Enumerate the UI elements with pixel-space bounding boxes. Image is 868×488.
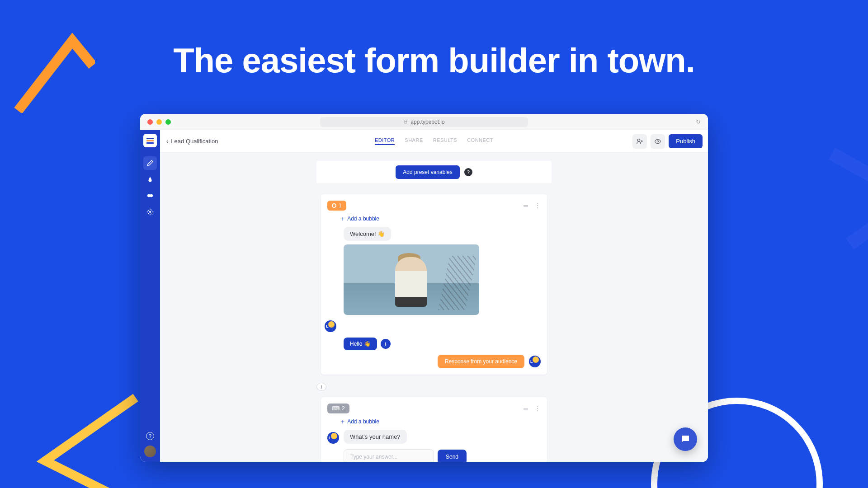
url-bar[interactable]: app.typebot.io <box>320 117 528 127</box>
sidebar-settings-icon[interactable] <box>143 205 157 219</box>
add-preset-button[interactable]: Add preset variables <box>396 165 459 179</box>
tabs: EDITOR SHARE RESULTS CONNECT <box>375 137 493 145</box>
block-badge: 1 <box>327 201 346 211</box>
minimize-light[interactable] <box>156 119 162 125</box>
flow-block[interactable]: 1 ═ ⋮ + Add a bubble Welc <box>321 194 547 375</box>
maximize-light[interactable] <box>165 119 171 125</box>
drag-handle-icon[interactable]: ═ <box>524 202 528 209</box>
more-menu-icon[interactable]: ⋮ <box>534 405 541 412</box>
add-bubble-label: Add a bubble <box>347 216 379 222</box>
start-dot-icon <box>332 203 336 208</box>
close-light[interactable] <box>147 119 153 125</box>
publish-button[interactable]: Publish <box>669 134 703 148</box>
choice-chip[interactable]: Hello 👋 <box>344 338 377 350</box>
main-area: ‹ Lead Qualification EDITOR SHARE RESULT… <box>160 130 708 462</box>
user-avatar[interactable] <box>144 446 156 457</box>
block-number: 1 <box>339 202 342 209</box>
bot-avatar <box>325 320 336 332</box>
url-text: app.typebot.io <box>410 119 444 125</box>
sidebar-brain-icon[interactable] <box>143 189 157 202</box>
invite-icon[interactable] <box>632 134 647 149</box>
tab-editor[interactable]: EDITOR <box>375 137 395 145</box>
drag-handle-icon[interactable]: ═ <box>524 405 528 412</box>
sidebar: ? <box>140 130 160 462</box>
add-bubble-button[interactable]: + Add a bubble <box>341 418 541 425</box>
traffic-lights <box>147 119 171 125</box>
add-block-button[interactable]: + <box>316 383 326 391</box>
audience-avatar <box>529 356 541 367</box>
block-badge: ⌨ 2 <box>327 404 349 413</box>
image-bubble[interactable] <box>344 244 479 315</box>
app-logo[interactable] <box>143 134 157 147</box>
message-bubble[interactable]: What's your name? <box>344 430 407 444</box>
add-bubble-button[interactable]: + Add a bubble <box>341 215 541 222</box>
block-number: 2 <box>342 405 345 412</box>
decorative-shape <box>823 145 868 253</box>
add-chip-button[interactable]: + <box>381 339 391 349</box>
sidebar-theme-icon[interactable] <box>143 173 157 186</box>
send-button[interactable]: Send <box>438 450 467 462</box>
flow-block[interactable]: ⌨ 2 ═ ⋮ + Add a bubble Wha <box>321 397 547 462</box>
more-menu-icon[interactable]: ⋮ <box>534 202 541 209</box>
browser-chrome: app.typebot.io ↻ <box>140 114 708 130</box>
sidebar-edit-icon[interactable] <box>143 156 157 170</box>
chat-fab[interactable] <box>674 427 697 451</box>
decorative-shape <box>27 380 154 488</box>
help-tooltip-icon[interactable]: ? <box>464 168 472 176</box>
app-window: app.typebot.io ↻ <box>140 114 708 462</box>
svg-point-5 <box>657 141 659 142</box>
svg-point-3 <box>149 211 151 213</box>
breadcrumb[interactable]: ‹ Lead Qualification <box>166 138 218 145</box>
hero-headline: The easiest form builder in town. <box>0 41 868 80</box>
lock-icon <box>403 119 408 125</box>
help-icon[interactable]: ? <box>146 432 154 440</box>
tab-results[interactable]: RESULTS <box>433 137 457 145</box>
message-bubble[interactable]: Welcome! 👋 <box>344 227 391 241</box>
answer-input[interactable]: Type your answer... <box>344 449 434 462</box>
svg-rect-0 <box>404 121 407 123</box>
input-icon: ⌨ <box>332 405 340 412</box>
topbar: ‹ Lead Qualification EDITOR SHARE RESULT… <box>160 130 708 153</box>
tab-share[interactable]: SHARE <box>405 137 423 145</box>
add-bubble-label: Add a bubble <box>347 418 379 425</box>
audience-response[interactable]: Response from your audience <box>438 355 524 368</box>
editor-canvas: Add preset variables ? 1 ═ ⋮ <box>160 153 708 462</box>
svg-point-2 <box>150 194 153 197</box>
refresh-icon[interactable]: ↻ <box>696 118 701 125</box>
bot-avatar <box>327 432 339 444</box>
svg-point-4 <box>638 139 640 141</box>
chevron-left-icon: ‹ <box>166 138 168 145</box>
tab-connect[interactable]: CONNECT <box>467 137 493 145</box>
preview-icon[interactable] <box>651 134 665 149</box>
plus-icon: + <box>341 418 344 425</box>
breadcrumb-label: Lead Qualification <box>171 138 218 145</box>
plus-icon: + <box>341 215 344 222</box>
